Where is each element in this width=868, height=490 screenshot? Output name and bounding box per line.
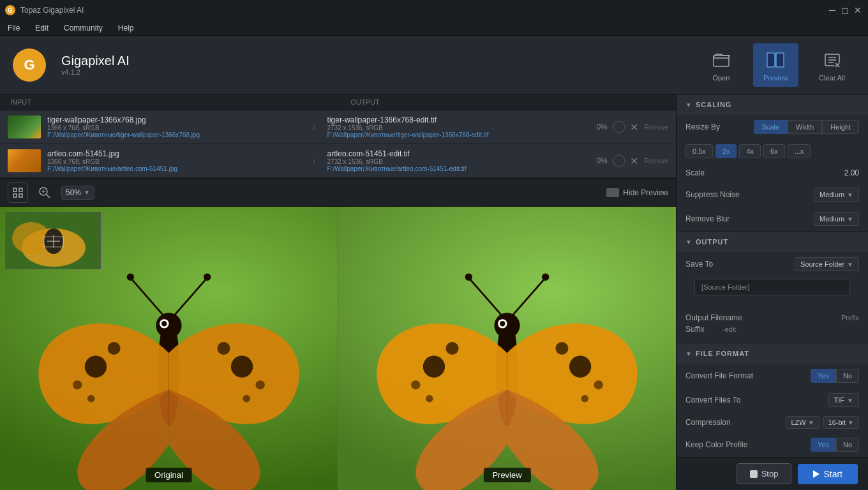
app-title-group: Gigapixel AI v4.1.2: [61, 54, 130, 76]
filename-header-row: Output Filename Prefix: [685, 311, 859, 325]
remove-blur-dropdown[interactable]: Medium ▼: [814, 212, 859, 226]
scale-label: Scale: [685, 168, 839, 177]
output-section: ▼ OUTPUT Save To Source Folder ▼ [Source…: [677, 232, 868, 343]
svg-rect-0: [714, 56, 729, 66]
scale-buttons: 0.5x 2x 4x 6x ...x: [685, 144, 811, 158]
clear-all-icon: [821, 48, 844, 71]
keep-color-yes-button[interactable]: Yes: [811, 438, 836, 452]
stop-button[interactable]: Stop: [737, 463, 792, 484]
keep-color-profile-toggle: Yes No: [811, 438, 859, 452]
scaling-title: SCALING: [696, 101, 732, 108]
thumbnail-image: [6, 212, 101, 269]
zoom-select[interactable]: 50% ▼: [61, 186, 94, 200]
svg-point-53: [542, 274, 549, 281]
keep-color-no-button[interactable]: No: [836, 438, 859, 452]
file-list: INPUT OUTPUT tiger-wallpaper-1366x768.jp…: [0, 94, 676, 179]
bit-depth-dropdown[interactable]: 16-bit ▼: [823, 416, 859, 429]
menu-file[interactable]: File: [5, 22, 22, 34]
suppress-noise-dropdown[interactable]: Medium ▼: [814, 188, 859, 202]
save-to-label: Save To: [685, 260, 789, 269]
output-filename-label: Output Filename: [685, 313, 758, 322]
scale-05x[interactable]: 0.5x: [685, 144, 713, 158]
play-icon: [813, 470, 819, 478]
source-folder-input[interactable]: [Source Folder]: [694, 279, 850, 295]
convert-files-to-dropdown[interactable]: TIF ▼: [828, 393, 859, 407]
resize-by-height[interactable]: Height: [822, 120, 859, 134]
close-button[interactable]: ✕: [853, 5, 863, 15]
app-icon: G: [5, 5, 15, 15]
menu-help[interactable]: Help: [116, 22, 137, 34]
svg-point-34: [127, 274, 134, 281]
svg-point-36: [204, 274, 211, 281]
svg-rect-12: [19, 188, 22, 191]
scale-custom[interactable]: ...x: [788, 144, 811, 158]
scale-2x[interactable]: 2x: [715, 144, 737, 158]
file-row[interactable]: tiger-wallpaper-1366x768.jpg 1366 x 768,…: [0, 110, 676, 144]
save-to-dropdown[interactable]: Source Folder ▼: [795, 257, 859, 271]
svg-point-39: [73, 380, 82, 389]
title-bar: G Topaz Gigapixel AI ─ ◻ ✕: [0, 0, 868, 20]
preview-button[interactable]: Preview: [753, 43, 798, 87]
svg-point-42: [243, 395, 250, 402]
file-thumbnail: [8, 115, 41, 138]
minimize-button[interactable]: ─: [827, 5, 837, 15]
open-label: Open: [712, 74, 730, 82]
remove-file-button[interactable]: ✕: [625, 152, 643, 170]
convert-files-to-label: Convert Files To: [685, 396, 823, 405]
svg-point-31: [217, 342, 230, 355]
suffix-row: Suffix -edit: [685, 325, 859, 334]
bit-depth-value: 16-bit: [828, 419, 846, 426]
scale-6x[interactable]: 6x: [763, 144, 785, 158]
zoom-dropdown-arrow: ▼: [84, 189, 90, 196]
output-filename: tiger-wallpaper-1366x768-edit.tif: [327, 115, 581, 124]
hide-preview-icon: [606, 188, 619, 197]
main-layout: INPUT OUTPUT tiger-wallpaper-1366x768.jp…: [0, 94, 868, 490]
open-icon: [710, 48, 733, 71]
compression-label: Compression: [685, 418, 782, 427]
scale-4x[interactable]: 4x: [739, 144, 761, 158]
remove-blur-label: Remove Blur: [685, 214, 809, 223]
convert-files-to-row: Convert Files To TIF ▼: [677, 388, 868, 412]
scale-value-row: Scale 2.00: [677, 163, 868, 182]
resize-by-scale[interactable]: Scale: [754, 120, 788, 134]
remove-label: Remove: [645, 158, 668, 165]
fit-to-screen-button[interactable]: [8, 182, 28, 203]
maximize-button[interactable]: ◻: [840, 5, 850, 15]
convert-files-to-value: TIF: [834, 396, 845, 404]
hide-preview-button[interactable]: Hide Preview: [606, 188, 668, 197]
convert-no-button[interactable]: No: [836, 369, 859, 383]
arrow-icon: ›: [307, 121, 320, 133]
file-format-header[interactable]: ▼ FILE FORMAT: [677, 343, 868, 364]
suppress-noise-arrow: ▼: [847, 191, 853, 198]
svg-point-30: [108, 342, 121, 355]
scaling-header[interactable]: ▼ SCALING: [677, 94, 868, 115]
toolbar: G Gigapixel AI v4.1.2 Open Preview: [0, 36, 868, 94]
content-area: INPUT OUTPUT tiger-wallpaper-1366x768.jp…: [0, 94, 677, 490]
output-header[interactable]: ▼ OUTPUT: [677, 232, 868, 252]
hide-preview-label: Hide Preview: [623, 188, 668, 197]
convert-yes-button[interactable]: Yes: [811, 369, 836, 383]
svg-line-16: [47, 195, 50, 198]
clear-all-button[interactable]: Clear All: [809, 43, 855, 87]
resize-by-width[interactable]: Width: [788, 120, 822, 134]
file-row[interactable]: artleo.com-51451.jpg 1366 x 768, sRGB F:…: [0, 144, 676, 178]
output-header: OUTPUT: [326, 98, 666, 106]
svg-point-29: [231, 355, 253, 377]
menu-community[interactable]: Community: [61, 22, 105, 34]
input-header: INPUT: [10, 98, 326, 106]
app-version: v4.1.2: [61, 68, 130, 76]
resize-by-row: Resize By Scale Width Height: [677, 115, 868, 139]
start-button[interactable]: Start: [798, 464, 858, 484]
open-button[interactable]: Open: [700, 43, 743, 87]
output-file-info: artleo.com-51451-edit.tif 2732 x 1536, s…: [321, 149, 587, 172]
svg-point-59: [581, 395, 588, 402]
input-filename: artleo.com-51451.jpg: [47, 149, 301, 158]
svg-point-56: [411, 380, 420, 389]
menu-edit[interactable]: Edit: [33, 22, 51, 34]
arrow-icon: ›: [307, 155, 320, 167]
bit-depth-arrow: ▼: [848, 419, 854, 426]
compression-dropdown[interactable]: LZW ▼: [786, 416, 819, 429]
remove-file-button[interactable]: ✕: [625, 118, 643, 136]
preview-bar: 50% ▼ Hide Preview: [0, 179, 676, 207]
file-list-header: INPUT OUTPUT: [0, 94, 676, 110]
